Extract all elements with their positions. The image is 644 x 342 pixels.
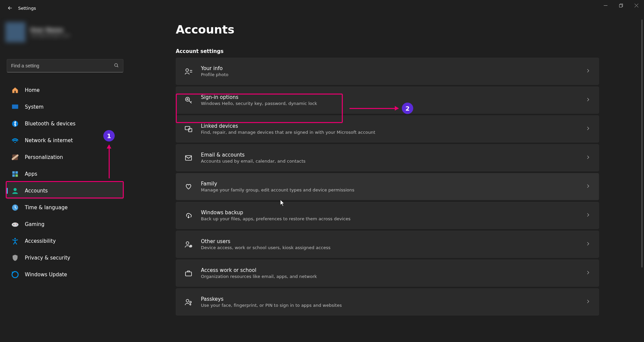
settings-card-windows-backup[interactable]: Windows backupBack up your files, apps, …	[176, 202, 599, 229]
card-text: Email & accountsAccounts used by email, …	[201, 152, 577, 164]
sidebar-item-label: Bluetooth & devices	[25, 121, 75, 127]
card-title: Family	[201, 181, 577, 187]
maximize-button[interactable]	[613, 0, 629, 11]
settings-card-your-info[interactable]: Your infoProfile photo	[176, 58, 599, 85]
family-icon	[184, 182, 193, 191]
sidebar-item-gaming[interactable]: Gaming	[7, 216, 123, 233]
card-title: Linked devices	[201, 123, 577, 129]
back-button[interactable]	[3, 1, 17, 15]
svg-rect-2	[619, 4, 622, 7]
sidebar-item-label: Accounts	[25, 188, 48, 194]
card-title: Sign-in options	[201, 94, 577, 100]
card-desc: Organization resources like email, apps,…	[201, 274, 577, 279]
minimize-icon	[604, 4, 607, 7]
sidebar-item-accessibility[interactable]: Accessibility	[7, 233, 123, 249]
card-title: Passkeys	[201, 296, 577, 302]
sidebar-item-label: Apps	[25, 171, 37, 177]
chevron-right-icon	[585, 270, 591, 276]
your-info-icon	[184, 67, 193, 76]
gaming-icon	[11, 221, 19, 228]
settings-card-linked-devices[interactable]: Linked devicesFind, repair, and manage d…	[176, 115, 599, 142]
sidebar-item-accounts[interactable]: Accounts	[7, 182, 123, 199]
personalization-icon	[11, 154, 19, 161]
settings-card-sign-in-options[interactable]: Sign-in optionsWindows Hello, security k…	[176, 87, 599, 114]
window-controls	[598, 0, 644, 11]
titlebar: Settings	[0, 0, 644, 16]
card-list: Your infoProfile photoSign-in optionsWin…	[176, 58, 599, 316]
sidebar-item-bluetooth-devices[interactable]: Bluetooth & devices	[7, 115, 123, 132]
system-icon	[11, 103, 19, 111]
close-button[interactable]	[629, 0, 644, 11]
chevron-right-icon	[585, 126, 591, 132]
sidebar-item-label: Gaming	[25, 221, 45, 227]
settings-card-family[interactable]: FamilyManage your family group, edit acc…	[176, 173, 599, 200]
sidebar-item-label: Windows Update	[25, 272, 67, 278]
email-icon	[184, 154, 193, 162]
card-title: Access work or school	[201, 267, 577, 273]
sidebar-item-network-internet[interactable]: Network & internet	[7, 132, 123, 149]
scrollbar[interactable]	[641, 19, 643, 268]
card-text: Other usersDevice access, work or school…	[201, 238, 577, 250]
card-title: Your info	[201, 65, 577, 71]
settings-card-email-accounts[interactable]: Email & accountsAccounts used by email, …	[176, 144, 599, 171]
chevron-right-icon	[585, 299, 591, 305]
sidebar-item-label: System	[25, 104, 44, 110]
card-title: Windows backup	[201, 210, 577, 216]
chevron-right-icon	[585, 155, 591, 161]
linked-icon	[184, 125, 193, 133]
sidebar-item-label: Privacy & security	[25, 255, 70, 261]
card-text: PasskeysUse your face, fingerprint, or P…	[201, 296, 577, 308]
sidebar-item-label: Time & language	[25, 205, 68, 211]
users-icon	[184, 240, 193, 249]
sidebar-item-windows-update[interactable]: Windows Update	[7, 266, 123, 283]
user-email: user@example.com	[30, 33, 70, 38]
avatar	[5, 22, 25, 42]
passkeys-icon	[184, 298, 193, 306]
card-desc: Windows Hello, security key, password, d…	[201, 101, 577, 106]
maximize-icon	[619, 4, 623, 7]
card-desc: Profile photo	[201, 72, 577, 77]
card-text: Your infoProfile photo	[201, 65, 577, 77]
sidebar-item-label: Home	[25, 87, 40, 93]
settings-card-passkeys[interactable]: PasskeysUse your face, fingerprint, or P…	[176, 288, 599, 316]
sidebar-item-label: Accessibility	[25, 238, 56, 244]
sidebar-item-home[interactable]: Home	[7, 82, 123, 99]
signin-icon	[184, 96, 193, 105]
sidebar-item-personalization[interactable]: Personalization	[7, 149, 123, 166]
sidebar-item-system[interactable]: System	[7, 99, 123, 115]
sidebar-item-apps[interactable]: Apps	[7, 166, 123, 182]
user-text: User Name user@example.com	[30, 27, 70, 38]
card-desc: Back up your files, apps, preferences to…	[201, 216, 577, 221]
update-icon	[11, 271, 19, 278]
user-block[interactable]: User Name user@example.com	[5, 19, 99, 46]
bluetooth-icon	[11, 120, 19, 127]
search-input[interactable]	[11, 63, 114, 68]
card-desc: Find, repair, and manage devices that ar…	[201, 130, 577, 135]
window-title: Settings	[18, 6, 36, 11]
search-box[interactable]	[7, 59, 123, 72]
card-text: Linked devicesFind, repair, and manage d…	[201, 123, 577, 135]
card-text: Windows backupBack up your files, apps, …	[201, 210, 577, 221]
settings-card-other-users[interactable]: Other usersDevice access, work or school…	[176, 231, 599, 258]
minimize-button[interactable]	[598, 0, 613, 11]
card-desc: Device access, work or school users, kio…	[201, 245, 577, 250]
section-label: Account settings	[176, 48, 599, 54]
search-icon	[114, 63, 119, 69]
svg-point-5	[115, 63, 118, 66]
sidebar-item-privacy-security[interactable]: Privacy & security	[7, 249, 123, 266]
chevron-right-icon	[585, 68, 591, 74]
card-title: Other users	[201, 238, 577, 244]
privacy-icon	[11, 254, 19, 262]
accounts-icon	[11, 187, 19, 194]
card-desc: Accounts used by email, calendar, and co…	[201, 159, 577, 164]
settings-card-access-work-or-school[interactable]: Access work or schoolOrganization resour…	[176, 260, 599, 287]
card-text: Sign-in optionsWindows Hello, security k…	[201, 94, 577, 106]
home-icon	[11, 87, 19, 94]
sidebar-item-time-language[interactable]: Time & language	[7, 199, 123, 216]
main-content: Accounts Account settings Your infoProfi…	[176, 23, 599, 316]
backup-icon	[184, 211, 193, 220]
card-text: FamilyManage your family group, edit acc…	[201, 181, 577, 192]
chevron-right-icon	[585, 212, 591, 219]
accessibility-icon	[11, 237, 19, 245]
arrow-left-icon	[7, 5, 13, 11]
